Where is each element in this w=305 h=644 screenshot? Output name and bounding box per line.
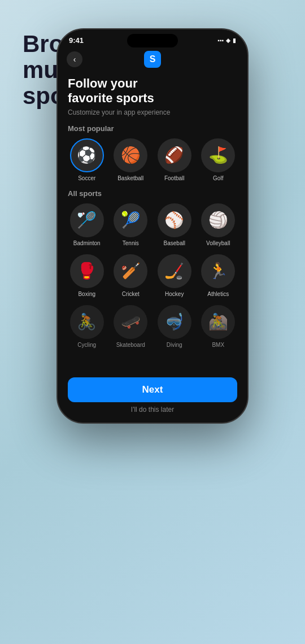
all-sports-grid-row1: 🏸Badminton🎾Tennis⚾Baseball🏐Volleyball bbox=[68, 203, 237, 246]
sport-icon-wrap: 🚴 bbox=[70, 305, 104, 339]
sport-name: Soccer bbox=[78, 175, 95, 181]
sport-icon-wrap: 🏐 bbox=[201, 203, 235, 237]
bottom-area: Next I'll do this later bbox=[58, 372, 247, 423]
sport-icon-wrap: 🏸 bbox=[70, 203, 104, 237]
sport-icon-wrap: 🥊 bbox=[70, 254, 104, 288]
popular-sports-grid: ⚽Soccer🏀Basketball🏈Football⛳Golf bbox=[68, 138, 237, 181]
sport-name: Diving bbox=[167, 342, 182, 348]
sport-name: Golf bbox=[213, 175, 223, 181]
sport-name: Volleyball bbox=[206, 240, 230, 246]
sport-item-cycling[interactable]: 🚴Cycling bbox=[68, 305, 106, 348]
status-time: 9:41 bbox=[69, 36, 84, 45]
sport-item-boxing[interactable]: 🥊Boxing bbox=[68, 254, 106, 297]
section-popular-label: Most popular bbox=[68, 124, 237, 133]
sport-name: BMX bbox=[212, 342, 224, 348]
sport-name: Football bbox=[164, 175, 185, 181]
sport-icon-wrap: ⚾ bbox=[158, 203, 191, 237]
sport-icon-wrap: 🏈 bbox=[158, 138, 191, 172]
page-title: Follow yourfavorite sports bbox=[68, 76, 237, 106]
sport-item-diving[interactable]: 🤿Diving bbox=[155, 305, 194, 348]
wifi-icon: ◈ bbox=[226, 37, 230, 43]
sport-name: Cycling bbox=[77, 342, 96, 348]
section-all-label: All sports bbox=[68, 189, 237, 198]
sport-icon-wrap: 🏒 bbox=[158, 254, 191, 288]
back-button[interactable]: ‹ bbox=[67, 51, 82, 67]
sport-name: Basketball bbox=[117, 175, 143, 181]
sport-item-badminton[interactable]: 🏸Badminton bbox=[68, 203, 106, 246]
status-bar: 9:41 ▪▪▪ ◈ ▮ bbox=[58, 29, 247, 47]
sport-item-volleyball[interactable]: 🏐Volleyball bbox=[199, 203, 238, 246]
sport-icon-wrap: 🤿 bbox=[158, 305, 191, 339]
skip-link[interactable]: I'll do this later bbox=[68, 406, 237, 414]
sport-icon-wrap: 🏀 bbox=[114, 138, 147, 172]
battery-icon: ▮ bbox=[233, 37, 236, 43]
status-icons: ▪▪▪ ◈ ▮ bbox=[217, 37, 236, 43]
sport-item-basketball[interactable]: 🏀Basketball bbox=[112, 138, 150, 181]
sport-item-hockey[interactable]: 🏒Hockey bbox=[155, 254, 194, 297]
sport-item-bmx[interactable]: 🚵BMX bbox=[199, 305, 238, 348]
sport-name: Boxing bbox=[78, 291, 95, 297]
sport-icon-wrap: 🏏 bbox=[114, 254, 147, 288]
sport-name: Baseball bbox=[164, 240, 185, 246]
sport-item-baseball[interactable]: ⚾Baseball bbox=[155, 203, 194, 246]
sport-icon-wrap: 🏃 bbox=[201, 254, 235, 288]
sport-item-golf[interactable]: ⛳Golf bbox=[199, 138, 238, 181]
back-arrow-icon: ‹ bbox=[73, 55, 76, 64]
app-logo: S bbox=[144, 51, 161, 68]
sport-name: Skateboard bbox=[116, 342, 145, 348]
sport-name: Athletics bbox=[207, 291, 229, 297]
phone-screen: 9:41 ▪▪▪ ◈ ▮ ‹ S Follow yourfavorite spo… bbox=[58, 29, 247, 423]
sport-item-athletics[interactable]: 🏃Athletics bbox=[199, 254, 238, 297]
sport-name: Hockey bbox=[165, 291, 184, 297]
all-sports-grid-row2: 🥊Boxing🏏Cricket🏒Hockey🏃Athletics bbox=[68, 254, 237, 297]
nav-bar: ‹ S bbox=[58, 47, 247, 72]
more-sports-row: 🚴Cycling🛹Skateboard🤿Diving🚵BMX bbox=[68, 305, 237, 348]
sport-name: Tennis bbox=[123, 240, 139, 246]
sport-name: Badminton bbox=[73, 240, 101, 246]
content-area: Follow yourfavorite sports Customize you… bbox=[58, 72, 247, 397]
sport-icon-wrap: 🎾 bbox=[114, 203, 147, 237]
sport-item-tennis[interactable]: 🎾Tennis bbox=[112, 203, 150, 246]
next-button[interactable]: Next bbox=[68, 377, 237, 402]
sport-icon-wrap: ⛳ bbox=[201, 138, 235, 172]
sport-item-cricket[interactable]: 🏏Cricket bbox=[112, 254, 150, 297]
sport-icon-wrap: 🛹 bbox=[114, 305, 147, 339]
sport-name: Cricket bbox=[122, 291, 140, 297]
sport-item-skateboard[interactable]: 🛹Skateboard bbox=[112, 305, 150, 348]
signal-icon: ▪▪▪ bbox=[217, 37, 224, 43]
sport-icon-wrap: ⚽ bbox=[70, 138, 104, 172]
phone-shell: 9:41 ▪▪▪ ◈ ▮ ‹ S Follow yourfavorite spo… bbox=[56, 28, 249, 424]
sport-icon-wrap: 🚵 bbox=[201, 305, 235, 339]
sport-item-football[interactable]: 🏈Football bbox=[155, 138, 194, 181]
sport-item-soccer[interactable]: ⚽Soccer bbox=[68, 138, 106, 181]
page-subtitle: Customize your in app experience bbox=[68, 108, 237, 116]
